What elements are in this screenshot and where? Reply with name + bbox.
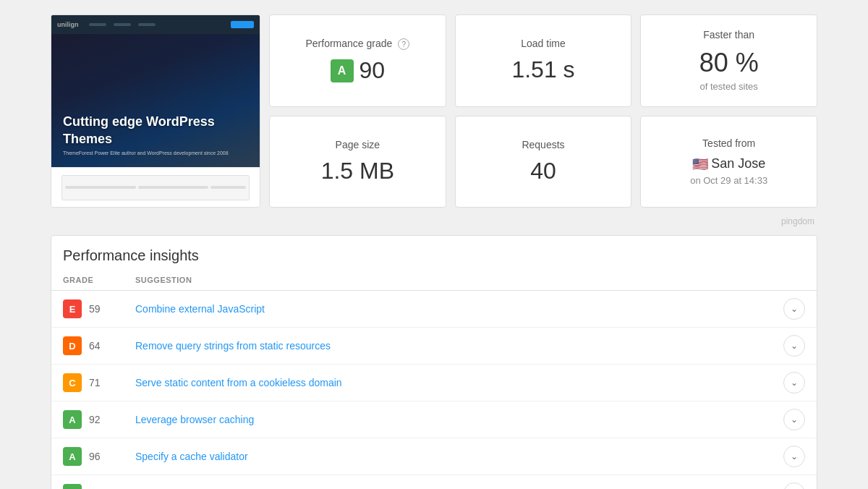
faster-than-sub: of tested sites [700,81,758,92]
tested-from-label: Tested from [702,137,755,149]
expand-button[interactable]: ⌄ [783,372,805,394]
grade-badge: E [63,299,82,318]
tested-from-card: Tested from 🇺🇸 San Jose on Oct 29 at 14:… [640,116,817,208]
expand-button[interactable]: ⌄ [783,298,805,320]
suggestion-cell: Remove query strings from static resourc… [124,328,772,365]
page-size-label: Page size [336,139,380,150]
faster-than-label: Faster than [703,29,754,41]
suggestion-text: Leverage browser caching [135,414,254,425]
hero-subtitle: ThemeForest Power Elite author and WordP… [63,150,248,156]
faster-than-card: Faster than 80 % of tested sites [640,14,817,107]
grade-badge: A [63,447,82,466]
suggestion-cell: Serve static content from a cookieless d… [124,365,772,401]
grade-score: 64 [89,340,101,352]
expand-button[interactable]: ⌄ [783,335,805,357]
load-time-value: 1.51 s [511,56,574,83]
nav-link [89,23,106,26]
expand-cell[interactable]: ⌄ [772,291,817,328]
mockup-line [210,186,246,189]
page-size-card: Page size 1.5 MB [269,116,446,208]
grade-badge: D [63,336,82,355]
nav-links [89,23,156,26]
requests-label: Requests [522,139,564,150]
hero-content: Cutting edge WordPress Themes ThemeFores… [63,88,248,156]
col-header-grade: GRADE [51,270,124,291]
pingdom-brand: pingdom [51,216,817,226]
grade-score: 92 [89,414,101,425]
suggestion-cell: Specify a cache validator [124,438,772,475]
bottom-mockup [61,175,249,200]
table-row: C 71 Serve static content from a cookiel… [51,365,817,401]
insights-table-header: GRADE SUGGESTION [51,270,817,291]
insights-table-body: E 59 Combine external JavaScript ⌄ D 64 … [51,291,817,490]
stats-grid: Performance grade ? A 90 Load time 1.51 … [269,14,817,208]
col-header-suggestion: SUGGESTION [124,270,772,291]
performance-grade-score: 90 [359,57,386,84]
nav-bar: unilign [51,15,260,34]
suggestion-cell: Leverage browser caching [124,401,772,438]
grade-badge: A [63,410,82,429]
grade-cell: C 71 [51,365,124,401]
table-row: E 59 Combine external JavaScript ⌄ [51,291,817,328]
tested-from-location: 🇺🇸 San Jose [692,156,765,172]
performance-grade-card: Performance grade ? A 90 [269,14,446,107]
expand-button[interactable]: ⌄ [783,446,805,467]
insights-table: GRADE SUGGESTION E 59 Combine external J… [51,270,817,489]
grade-cell: A 100 [51,475,124,490]
table-row: D 64 Remove query strings from static re… [51,328,817,365]
expand-cell[interactable]: ⌄ [772,475,817,490]
expand-cell[interactable]: ⌄ [772,438,817,475]
grade-cell: E 59 [51,291,124,328]
nav-cta-button [231,21,254,28]
screenshot-image: unilign Cutting edge WordPress Themes Th… [51,15,260,167]
mockup-line [65,186,135,189]
insights-title: Performance insights [51,236,817,270]
expand-button[interactable]: ⌄ [783,482,805,489]
nav-link [138,23,156,26]
suggestion-cell: Minimize request size [124,475,772,490]
tested-from-date: on Oct 29 at 14:33 [690,175,767,186]
performance-grade-badge: A [331,59,354,82]
suggestion-cell: Combine external JavaScript [124,291,772,328]
suggestion-text: Serve static content from a cookieless d… [135,377,342,388]
expand-cell[interactable]: ⌄ [772,401,817,438]
grade-score: 71 [89,377,101,388]
expand-cell[interactable]: ⌄ [772,365,817,401]
requests-card: Requests 40 [455,116,632,208]
performance-grade-label: Performance grade ? [305,38,409,51]
screenshot-card: unilign Cutting edge WordPress Themes Th… [51,14,260,208]
suggestion-text: Remove query strings from static resourc… [135,340,331,352]
expand-button[interactable]: ⌄ [783,409,805,430]
table-row: A 96 Specify a cache validator ⌄ [51,438,817,475]
grade-score: 59 [89,303,101,315]
table-row: A 92 Leverage browser caching ⌄ [51,401,817,438]
hero-title: Cutting edge WordPress Themes [63,114,248,148]
tested-from-city: San Jose [711,156,765,171]
load-time-card: Load time 1.51 s [455,14,632,107]
suggestion-text: Specify a cache validator [135,451,248,462]
grade-badge: A [63,484,82,489]
top-section: unilign Cutting edge WordPress Themes Th… [51,14,817,208]
table-row: A 100 Minimize request size ⌄ [51,475,817,490]
grade-cell: D 64 [51,328,124,365]
performance-grade-value-row: A 90 [331,57,386,84]
mockup-line [138,186,208,189]
grade-cell: A 92 [51,401,124,438]
nav-link [114,23,131,26]
insights-section: Performance insights GRADE SUGGESTION E … [51,235,817,489]
requests-value: 40 [530,158,556,184]
screenshot-bottom [51,167,260,207]
page-size-value: 1.5 MB [321,158,394,184]
expand-cell[interactable]: ⌄ [772,328,817,365]
help-icon[interactable]: ? [398,38,409,50]
faster-than-value: 80 % [699,48,759,78]
site-logo: unilign [57,21,79,28]
main-container: unilign Cutting edge WordPress Themes Th… [36,0,832,489]
suggestion-text: Combine external JavaScript [135,303,265,315]
grade-cell: A 96 [51,438,124,475]
load-time-label: Load time [521,38,565,49]
grade-badge: C [63,373,82,392]
flag-icon: 🇺🇸 [692,156,708,172]
grade-score: 96 [89,451,101,462]
